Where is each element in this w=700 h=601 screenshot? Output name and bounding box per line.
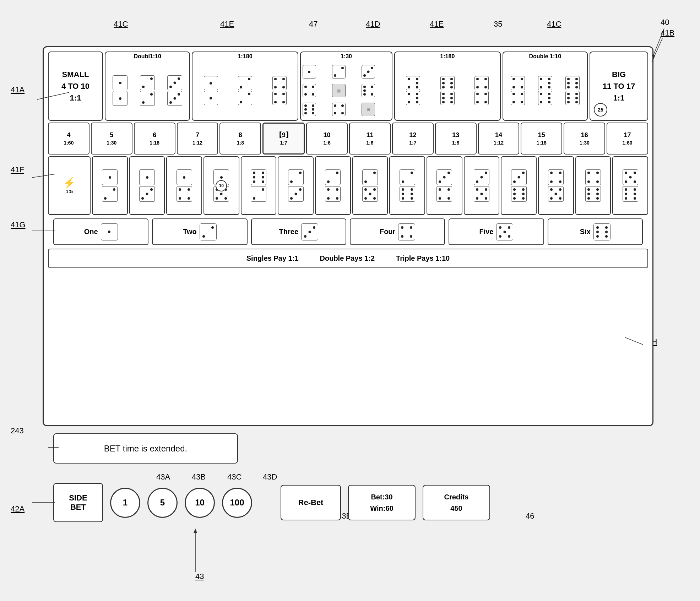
controls-row: SIDEBET 1 5 10 100 Re-Bet Bet:30 Win:60 …: [53, 483, 490, 522]
num-6[interactable]: 61:18: [134, 123, 175, 155]
combo-lightning[interactable]: ⚡ 1:5: [48, 156, 91, 215]
win-amount: Win:60: [370, 503, 393, 514]
single-two-label: Two: [183, 228, 197, 236]
combo-2-5[interactable]: [352, 156, 388, 215]
num-5[interactable]: 51:30: [91, 123, 132, 155]
ref-label-46: 46: [526, 511, 534, 521]
any-triple-cell[interactable]: 1:30 ▦: [300, 52, 392, 121]
triple-die-2: [229, 76, 262, 105]
num-15[interactable]: 151:18: [521, 123, 562, 155]
ref-label-41d: 41D: [366, 20, 380, 29]
combo-1-4[interactable]: [166, 156, 202, 215]
chip-10-label: 10: [195, 498, 205, 508]
single-five-label: Five: [479, 228, 493, 236]
double-left-cell[interactable]: Doubl1:10: [105, 52, 190, 121]
tr-die-2: [431, 76, 464, 105]
num-7[interactable]: 71:12: [177, 123, 218, 155]
num-13[interactable]: 131:8: [435, 123, 477, 155]
ref-label-43: 43: [195, 572, 204, 581]
small-cell[interactable]: SMALL4 TO 101:1: [48, 52, 103, 121]
combo-3-5[interactable]: [464, 156, 500, 215]
combo-2-4[interactable]: [315, 156, 351, 215]
triple-right-label: 1:180: [395, 52, 500, 61]
singles-row: One Two Three Four: [48, 217, 648, 247]
num-4[interactable]: 41:60: [48, 123, 89, 155]
triple-right-cell[interactable]: 1:180: [394, 52, 501, 121]
num-8[interactable]: 81:8: [219, 123, 261, 155]
bet-amount: Bet:30: [371, 491, 392, 503]
side-bet-button[interactable]: SIDEBET: [53, 483, 103, 522]
combo-1-2[interactable]: [92, 156, 128, 215]
tr-die-3: [465, 76, 498, 105]
single-three[interactable]: Three: [251, 218, 346, 245]
double-right-cell[interactable]: Double 1:10: [503, 52, 588, 121]
chip-1[interactable]: 1: [110, 488, 140, 518]
ref-label-43a: 43A: [156, 472, 170, 482]
num-14[interactable]: 141:12: [478, 123, 520, 155]
num-16[interactable]: 161:30: [564, 123, 605, 155]
triple-left-cell[interactable]: 1:180: [192, 52, 298, 121]
ref-label-43c: 43C: [227, 472, 242, 482]
credits-amount: 450: [450, 503, 462, 514]
single-two[interactable]: Two: [152, 218, 247, 245]
bet-extended-box: BET time is extended.: [53, 433, 238, 464]
ref-label-47: 47: [309, 20, 318, 29]
badge-10: 10: [216, 180, 227, 191]
combo-3-4[interactable]: [427, 156, 462, 215]
svg-marker-6: [194, 529, 197, 533]
rebet-button[interactable]: Re-Bet: [281, 485, 341, 520]
pays-row: Singles Pay 1:1 Double Pays 1:2 Triple P…: [48, 249, 648, 268]
combo-4-6[interactable]: [575, 156, 611, 215]
dr-die-3: [559, 63, 585, 118]
combo-4-5[interactable]: [538, 156, 574, 215]
combo-3-6[interactable]: [501, 156, 537, 215]
single-four-label: Four: [380, 228, 395, 236]
ref-label-35: 35: [494, 20, 502, 29]
combo-1-6[interactable]: [241, 156, 277, 215]
single-five[interactable]: Five: [449, 218, 544, 245]
combo-2-3[interactable]: [278, 156, 314, 215]
singles-pay: Singles Pay 1:1: [246, 254, 299, 262]
chip-5[interactable]: 5: [147, 488, 178, 518]
ref-label-41c-left: 41C: [114, 20, 128, 29]
single-six[interactable]: Six: [548, 218, 643, 245]
bet-extended-text: BET time is extended.: [104, 444, 187, 454]
chip-5-label: 5: [160, 498, 165, 508]
chip-10[interactable]: 10: [185, 488, 215, 518]
double-pay: Double Pays 1:2: [320, 254, 375, 262]
combo-5-6[interactable]: [612, 156, 648, 215]
combo-row: ⚡ 1:5: [48, 156, 648, 215]
credits-label: Credits: [444, 491, 469, 503]
single-one-label: One: [84, 228, 98, 236]
combo-2-6[interactable]: [389, 156, 425, 215]
ref-label-41g: 41G: [11, 220, 26, 229]
bet-info-box: Bet:30 Win:60: [348, 485, 416, 520]
ref-label-43d: 43D: [263, 472, 277, 482]
dr-die-1: [505, 63, 531, 118]
dice-pair-2-2: [135, 63, 161, 118]
triple-pay: Triple Pays 1:10: [396, 254, 450, 262]
chip-1-label: 1: [123, 498, 127, 508]
big-cell[interactable]: BIG11 TO 171:1 25: [590, 52, 648, 121]
ref-label-41e-left: 41E: [220, 20, 234, 29]
credits-box: Credits 450: [423, 485, 490, 520]
ref-label-42a: 42A: [11, 504, 25, 514]
num-17[interactable]: 171:60: [607, 123, 648, 155]
combo-1-3[interactable]: [129, 156, 165, 215]
double-right-label: Double 1:10: [503, 52, 587, 61]
num-9[interactable]: 【9】1:7: [262, 123, 305, 155]
ref-label-41c-right: 41C: [547, 20, 561, 29]
num-12[interactable]: 121:7: [392, 123, 434, 155]
single-four[interactable]: Four: [350, 218, 445, 245]
num-11[interactable]: 111:6: [349, 123, 391, 155]
dr-die-2: [532, 63, 558, 118]
triple-die-3: [263, 76, 296, 105]
game-board: SMALL4 TO 101:1 Doubl1:10: [43, 46, 653, 426]
combo-1-5[interactable]: 10: [204, 156, 239, 215]
triple-left-label: 1:180: [192, 52, 298, 61]
num-10[interactable]: 101:6: [306, 123, 348, 155]
single-one[interactable]: One: [53, 218, 148, 245]
chip-100[interactable]: 100: [222, 488, 252, 518]
ref-label-41a: 41A: [11, 85, 25, 94]
side-bet-label: SIDEBET: [69, 493, 87, 512]
